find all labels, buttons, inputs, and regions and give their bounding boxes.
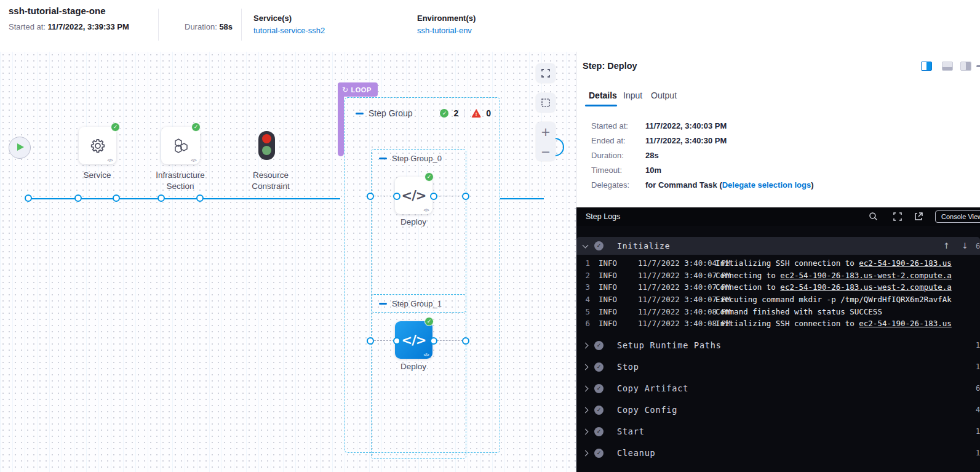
zoom-in-button[interactable]: +	[536, 122, 556, 142]
log-group-name: Initialize	[617, 241, 670, 250]
host-link[interactable]: ec2-54-190-26-183.us	[859, 258, 952, 268]
node-label: Infrastructure Section	[140, 170, 220, 192]
zoom-out-button[interactable]: −	[536, 142, 556, 161]
loop-icon: ↻	[342, 86, 349, 94]
node-label: Deploy	[373, 361, 453, 372]
services-label: Service(s)	[253, 14, 292, 23]
tab-input[interactable]: Input	[623, 90, 642, 100]
chevron-right-icon[interactable]	[583, 343, 589, 349]
search-icon[interactable]	[869, 212, 878, 221]
collapse-icon[interactable]	[379, 158, 387, 159]
stage-title: ssh-tutorial-stage-one	[9, 6, 106, 16]
port	[393, 337, 400, 345]
scroll-down-icon[interactable]: ↓	[962, 241, 968, 250]
step-group-header[interactable]: Step Group ✓ 2 ! 0	[356, 108, 491, 118]
tab-details[interactable]: Details	[589, 90, 617, 100]
chevron-down-icon[interactable]	[583, 242, 589, 249]
log-group[interactable]: ✓ Copy Config 4	[576, 402, 980, 419]
service-node[interactable]: </>	[79, 127, 116, 164]
step-logs: Step Logs Console View ✓ Initi	[576, 207, 980, 472]
log-group[interactable]: ✓ Copy Artifact 6	[576, 380, 980, 398]
marquee-select-button[interactable]	[536, 93, 556, 113]
success-check-icon: ✓	[594, 362, 604, 372]
minimize-panel-icon[interactable]	[976, 65, 980, 67]
log-group[interactable]: ✓ Start 1	[576, 423, 980, 441]
success-check-icon: ✓	[594, 449, 604, 458]
service-link[interactable]: tutorial-service-ssh2	[253, 26, 325, 35]
logs-toolbar: Step Logs Console View	[576, 207, 980, 226]
layout-bottom-view-icon[interactable]	[942, 62, 953, 71]
panel-title: Step: Deploy	[583, 61, 637, 71]
node-label: Resource Constraint	[231, 170, 311, 192]
collapse-icon[interactable]	[379, 303, 387, 305]
deploy-node-0[interactable]: </> </>	[395, 177, 432, 214]
layout-right-view-icon[interactable]	[960, 62, 971, 71]
chevron-right-icon[interactable]	[583, 407, 589, 414]
dashed-connector	[437, 196, 463, 196]
environment-link[interactable]: ssh-tutorial-env	[417, 26, 472, 35]
success-check-icon: ✓	[594, 384, 604, 393]
code-glyph: </>	[423, 353, 429, 357]
scroll-up-icon[interactable]: ↑	[943, 241, 950, 250]
detail-value: 11/7/2022, 3:40:30 PM	[645, 136, 727, 145]
duration: Duration: 58s	[185, 22, 233, 31]
code-icon: </>	[402, 333, 426, 348]
pipeline-canvas[interactable]: ↻ LOOP Step Group ✓ 2 ! 0 Step Group_0 <…	[0, 52, 576, 472]
success-check-icon: ✓	[440, 109, 448, 118]
layout-split-view-icon[interactable]	[921, 62, 932, 71]
success-check-icon: ✓	[424, 172, 434, 182]
start-node	[9, 137, 31, 159]
detail-value: 28s	[645, 151, 659, 160]
chevron-right-icon[interactable]	[583, 429, 589, 435]
tab-output[interactable]: Output	[651, 90, 677, 100]
step-group-0-label: Step Group_0	[392, 154, 442, 163]
step-group-0-header[interactable]: Step Group_0	[379, 154, 442, 163]
log-group[interactable]: ✓ Cleanup 1	[576, 445, 980, 462]
success-check-icon: ✓	[594, 406, 604, 415]
port	[113, 194, 120, 202]
detail-value: 11/7/2022, 3:40:03 PM	[645, 121, 727, 130]
pipeline-execution-page: ssh-tutorial-stage-one Started at: 11/7/…	[0, 0, 980, 472]
chevron-right-icon[interactable]	[583, 450, 589, 457]
collapse-icon[interactable]	[356, 113, 364, 114]
host-link[interactable]: ec2-54-190-26-183.us-west-2.compute.a	[780, 271, 951, 280]
code-icon: </>	[402, 188, 426, 203]
host-link[interactable]: ec2-54-190-26-183.us-west-2.compute.a	[780, 282, 951, 292]
node-label: Deploy	[373, 217, 453, 228]
infrastructure-node[interactable]: </>	[161, 127, 200, 164]
success-check-icon: ✓	[594, 341, 604, 350]
code-glyph: </>	[107, 158, 113, 162]
detail-label: Started at:	[591, 121, 628, 130]
resource-constraint-node[interactable]	[258, 131, 275, 160]
host-link[interactable]: ec2-54-190-26-183.us	[859, 319, 952, 328]
fullscreen-button[interactable]	[536, 63, 556, 83]
success-check-icon: ✓	[111, 122, 120, 132]
log-group[interactable]: ✓ Setup Runtime Paths 1	[576, 337, 980, 354]
detail-value: for Command Task (Delegate selection log…	[645, 180, 814, 190]
log-line: 4INFO11/7/2022 3:40:07 PM Executing comm…	[576, 295, 980, 306]
success-check-icon: ✓	[594, 427, 604, 436]
log-group[interactable]: ✓ Stop 1	[576, 359, 980, 376]
execution-header: ssh-tutorial-stage-one Started at: 11/7/…	[0, 0, 980, 52]
chevron-right-icon[interactable]	[583, 386, 589, 392]
detail-label: Delegates:	[591, 180, 629, 190]
badge-divider	[464, 109, 465, 118]
header-divider	[241, 9, 242, 41]
expand-icon[interactable]	[893, 212, 902, 222]
delegate-selection-logs-link[interactable]: Delegate selection logs	[722, 180, 811, 190]
fullscreen-icon	[541, 68, 551, 78]
open-in-new-icon[interactable]	[914, 212, 923, 222]
step-group-1-header[interactable]: Step Group_1	[379, 299, 442, 308]
step-group-label: Step Group	[368, 108, 413, 118]
log-group-initialize[interactable]: ✓ Initialize ↑ ↓ 6	[576, 237, 980, 255]
warning-icon: !	[471, 109, 481, 118]
success-check-icon: ✓	[594, 241, 604, 250]
port	[367, 193, 374, 200]
play-icon	[17, 143, 24, 151]
detail-label: Duration:	[591, 151, 624, 160]
console-view-button[interactable]: Console View	[935, 210, 980, 223]
deploy-node-1-selected[interactable]: </> </>	[395, 321, 432, 359]
dashed-connector	[374, 196, 394, 196]
chevron-right-icon[interactable]	[583, 364, 589, 370]
red-light-icon	[262, 134, 271, 143]
